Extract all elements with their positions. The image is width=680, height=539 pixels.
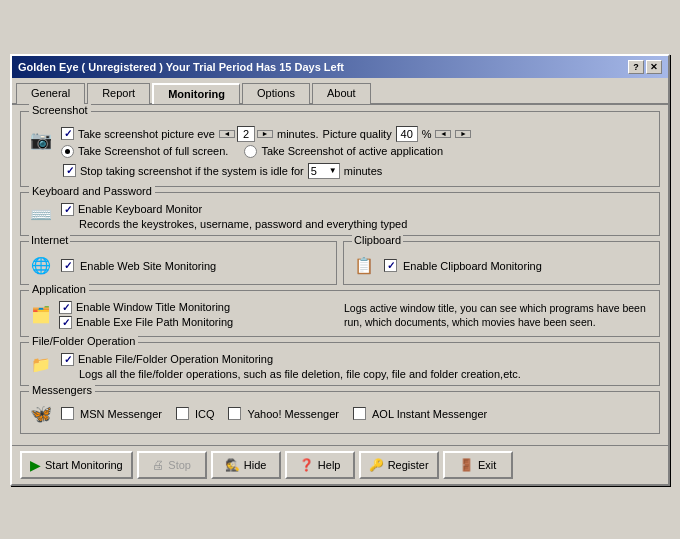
exe-path-row: Enable Exe File Path Monitoring bbox=[59, 316, 233, 329]
msn-icon: 🦋 bbox=[27, 400, 55, 428]
app-description: Logs active window title, you can see wh… bbox=[344, 299, 653, 331]
tab-about[interactable]: About bbox=[312, 83, 371, 104]
tabs-bar: General Report Monitoring Options About bbox=[12, 78, 668, 105]
help-titlebar-button[interactable]: ? bbox=[628, 60, 644, 74]
start-monitoring-button[interactable]: ▶ Start Monitoring bbox=[20, 451, 133, 479]
msn-checkbox[interactable] bbox=[61, 407, 74, 420]
tab-general[interactable]: General bbox=[16, 83, 85, 104]
radio-row: Take Screenshot of full screen. Take Scr… bbox=[61, 145, 653, 158]
spinner-left[interactable]: ◄ bbox=[219, 130, 235, 138]
radio-active-label: Take Screenshot of active application bbox=[261, 145, 443, 157]
clipboard-checkbox[interactable] bbox=[384, 259, 397, 272]
screenshot-interval-label: Take screenshot picture eve bbox=[78, 128, 215, 140]
filefolder-checkbox-row: Enable File/Folder Operation Monitoring bbox=[61, 353, 521, 366]
msn-label: MSN Messenger bbox=[80, 408, 162, 420]
keyboard-description: Records the keystrokes, username, passwo… bbox=[79, 218, 407, 230]
idle-row: Stop taking screenshot if the system is … bbox=[27, 163, 653, 179]
radio-fullscreen-label: Take Screenshot of full screen. bbox=[78, 145, 228, 157]
radio-active-app[interactable] bbox=[244, 145, 257, 158]
clipboard-icon: 📋 bbox=[350, 252, 378, 280]
hide-icon: 🕵 bbox=[225, 458, 240, 472]
app-icon: 🗂️ bbox=[27, 301, 55, 329]
exit-button[interactable]: 🚪 Exit bbox=[443, 451, 513, 479]
tab-report[interactable]: Report bbox=[87, 83, 150, 104]
screenshot-interval-checkbox[interactable] bbox=[61, 127, 74, 140]
internet-group: Internet 🌐 Enable Web Site Monitoring bbox=[20, 241, 337, 285]
clipboard-group: Clipboard 📋 Enable Clipboard Monitoring bbox=[343, 241, 660, 285]
quality-up[interactable]: ► bbox=[455, 130, 471, 138]
filefolder-group-label: File/Folder Operation bbox=[29, 335, 138, 347]
register-icon: 🔑 bbox=[369, 458, 384, 472]
keyboard-checkbox[interactable] bbox=[61, 203, 74, 216]
spinner-value[interactable]: 2 bbox=[237, 126, 255, 142]
internet-clipboard-row: Internet 🌐 Enable Web Site Monitoring Cl… bbox=[20, 241, 660, 285]
tab-monitoring[interactable]: Monitoring bbox=[152, 83, 240, 104]
quality-down[interactable]: ◄ bbox=[435, 130, 451, 138]
app-left: 🗂️ Enable Window Title Monitoring Enable… bbox=[27, 299, 336, 331]
camera-icon: 📷 bbox=[27, 126, 55, 154]
quality-label: Picture quality bbox=[323, 128, 392, 140]
tab-options[interactable]: Options bbox=[242, 83, 310, 104]
exe-path-checkbox[interactable] bbox=[59, 316, 72, 329]
help-icon: ❓ bbox=[299, 458, 314, 472]
keyboard-checkbox-row: Enable Keyboard Monitor bbox=[61, 203, 407, 216]
register-button[interactable]: 🔑 Register bbox=[359, 451, 439, 479]
main-content: Screenshot 📷 Take screenshot picture eve… bbox=[12, 105, 668, 445]
titlebar-buttons: ? ✕ bbox=[628, 60, 662, 74]
stop-button[interactable]: 🖨 Stop bbox=[137, 451, 207, 479]
yahoo-checkbox[interactable] bbox=[228, 407, 241, 420]
dropdown-arrow: ▼ bbox=[329, 166, 337, 175]
internet-checkbox-label: Enable Web Site Monitoring bbox=[80, 260, 216, 272]
messengers-row: 🦋 MSN Messenger ICQ Yahoo! Messenger AOL… bbox=[27, 400, 653, 428]
internet-checkbox[interactable] bbox=[61, 259, 74, 272]
clipboard-label: Clipboard bbox=[352, 234, 403, 246]
keyboard-group: Keyboard and Password ⌨️ Enable Keyboard… bbox=[20, 192, 660, 236]
play-icon: ▶ bbox=[30, 457, 41, 473]
radio-fullscreen[interactable] bbox=[61, 145, 74, 158]
screenshot-group-label: Screenshot bbox=[29, 104, 91, 116]
filefolder-description: Logs all the file/folder operations, suc… bbox=[79, 368, 521, 380]
spinner-right[interactable]: ► bbox=[257, 130, 273, 138]
exe-path-label: Enable Exe File Path Monitoring bbox=[76, 316, 233, 328]
idle-checkbox[interactable] bbox=[63, 164, 76, 177]
messengers-label: Messengers bbox=[29, 384, 95, 396]
icq-checkbox[interactable] bbox=[176, 407, 189, 420]
close-button[interactable]: ✕ bbox=[646, 60, 662, 74]
aol-label: AOL Instant Messenger bbox=[372, 408, 487, 420]
filefolder-group: File/Folder Operation 📁 Enable File/Fold… bbox=[20, 342, 660, 386]
internet-icon: 🌐 bbox=[27, 252, 55, 280]
aol-checkbox[interactable] bbox=[353, 407, 366, 420]
exit-icon: 🚪 bbox=[459, 458, 474, 472]
filefolder-label: Enable File/Folder Operation Monitoring bbox=[78, 353, 273, 365]
internet-label: Internet bbox=[29, 234, 70, 246]
stop-icon: 🖨 bbox=[152, 458, 164, 472]
window-title-checkbox[interactable] bbox=[59, 301, 72, 314]
keyboard-label: Enable Keyboard Monitor bbox=[78, 203, 202, 215]
quality-value[interactable]: 40 bbox=[396, 126, 418, 142]
main-window: Golden Eye ( Unregistered ) Your Trial P… bbox=[10, 54, 670, 486]
keyboard-group-label: Keyboard and Password bbox=[29, 185, 155, 197]
window-title-row: Enable Window Title Monitoring bbox=[59, 301, 233, 314]
filefolder-checkbox[interactable] bbox=[61, 353, 74, 366]
messengers-group: Messengers 🦋 MSN Messenger ICQ Yahoo! Me… bbox=[20, 391, 660, 434]
icq-label: ICQ bbox=[195, 408, 215, 420]
titlebar: Golden Eye ( Unregistered ) Your Trial P… bbox=[12, 56, 668, 78]
application-row: 🗂️ Enable Window Title Monitoring Enable… bbox=[27, 299, 653, 331]
bottom-bar: ▶ Start Monitoring 🖨 Stop 🕵 Hide ❓ Help … bbox=[12, 445, 668, 484]
idle-suffix: minutes bbox=[344, 165, 383, 177]
hide-button[interactable]: 🕵 Hide bbox=[211, 451, 281, 479]
screenshot-group: Screenshot 📷 Take screenshot picture eve… bbox=[20, 111, 660, 187]
yahoo-label: Yahoo! Messenger bbox=[247, 408, 339, 420]
application-group: Application 🗂️ Enable Window Title Monit… bbox=[20, 290, 660, 337]
minutes-label: minutes. bbox=[277, 128, 319, 140]
filefolder-row: 📁 Enable File/Folder Operation Monitorin… bbox=[27, 351, 653, 380]
idle-prefix: Stop taking screenshot if the system is … bbox=[80, 165, 304, 177]
help-button[interactable]: ❓ Help bbox=[285, 451, 355, 479]
idle-dropdown[interactable]: 5 ▼ bbox=[308, 163, 340, 179]
filefolder-icon: 📁 bbox=[27, 351, 55, 379]
screenshot-row1: Take screenshot picture eve ◄ 2 ► minute… bbox=[61, 126, 653, 142]
spinner-group: ◄ 2 ► bbox=[219, 126, 273, 142]
app-icon-col: 🗂️ Enable Window Title Monitoring Enable… bbox=[27, 299, 336, 331]
quality-pct: % bbox=[422, 128, 432, 140]
window-title-label: Enable Window Title Monitoring bbox=[76, 301, 230, 313]
